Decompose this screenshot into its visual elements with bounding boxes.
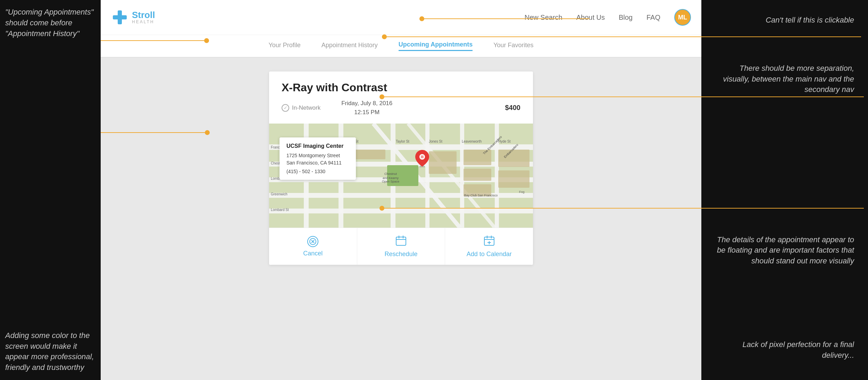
header: Stroll HEALTH New Search About Us Blog F…: [101, 0, 701, 35]
reschedule-icon: [395, 235, 407, 248]
add-to-calendar-icon: [484, 235, 495, 248]
svg-text:Open Space: Open Space: [382, 180, 399, 183]
nav-your-favorites[interactable]: Your Favorites: [493, 42, 533, 51]
main-nav: New Search About Us Blog FAQ ML: [525, 9, 691, 26]
user-avatar[interactable]: ML: [674, 9, 691, 26]
svg-rect-49: [396, 237, 406, 245]
nav-blog[interactable]: Blog: [619, 14, 633, 22]
location-name: UCSF Imaging Center: [286, 143, 349, 149]
main-content: Stroll HEALTH New Search About Us Blog F…: [101, 0, 701, 380]
content-area: X-Ray with Contrast ✓ In-Network Friday,…: [101, 58, 701, 380]
appointment-price: $400: [505, 104, 521, 112]
map-container: Powell St Mason St Taylor St Jones St Le…: [269, 124, 533, 228]
location-phone: (415) - 502 - 1330: [286, 169, 349, 174]
appointment-date: Friday, July 8, 2016: [341, 99, 392, 108]
annotation-pixel: Lack of pixel perfection for a final del…: [708, 331, 861, 370]
nav-appointment-history[interactable]: Appointment History: [322, 42, 378, 51]
add-to-calendar-label: Add to Calendar: [467, 251, 512, 258]
dot-color: [205, 130, 210, 135]
svg-rect-11: [425, 124, 429, 228]
secondary-nav: Your Profile Appointment History Upcomin…: [101, 35, 701, 58]
svg-text:Bay Club San Francisco: Bay Club San Francisco: [464, 194, 498, 197]
svg-text:and Kearny: and Kearny: [383, 176, 399, 180]
line-order: [101, 40, 205, 41]
in-network-label: In-Network: [292, 104, 320, 111]
line-calendar: [379, 208, 864, 209]
nav-about-us[interactable]: About Us: [576, 14, 605, 22]
line-price: [379, 96, 864, 97]
annotation-clickable: Can't tell if this is clickable: [708, 6, 861, 34]
add-to-calendar-button[interactable]: Add to Calendar: [445, 228, 533, 265]
line-sep: [382, 36, 861, 37]
appointment-title: X-Ray with Contrast: [282, 81, 520, 94]
svg-rect-21: [464, 169, 491, 181]
svg-rect-1: [113, 15, 127, 19]
right-annotation-panel: Can't tell if this is clickable There sh…: [701, 0, 868, 380]
annotation-color: Adding some color to the screen would ma…: [5, 330, 95, 373]
svg-text:Leavenworth: Leavenworth: [462, 140, 482, 143]
location-popup: UCSF Imaging Center 1725 Montgomery Stre…: [279, 137, 356, 180]
check-icon: ✓: [282, 104, 289, 112]
nav-your-profile[interactable]: Your Profile: [268, 42, 300, 51]
card-meta: ✓ In-Network Friday, July 8, 2016 12:15 …: [282, 99, 520, 117]
cancel-icon: [307, 236, 318, 247]
logo: Stroll HEALTH: [111, 9, 155, 26]
nav-new-search[interactable]: New Search: [525, 14, 562, 22]
location-address: 1725 Montgomery Street San Francisco, CA…: [286, 152, 349, 167]
svg-text:Chestnut: Chestnut: [384, 172, 397, 176]
dot-order: [204, 38, 209, 43]
in-network-status: ✓ In-Network: [282, 104, 320, 112]
appointment-card: X-Ray with Contrast ✓ In-Network Friday,…: [269, 71, 533, 265]
left-annotation-panel: "Upcoming Appointments" should come befo…: [0, 0, 101, 380]
reschedule-button[interactable]: Reschedule: [357, 228, 445, 265]
svg-rect-23: [498, 150, 529, 167]
cancel-label: Cancel: [303, 250, 323, 257]
appointment-datetime: Friday, July 8, 2016 12:15 PM: [341, 99, 392, 117]
annotation-order: "Upcoming Appointments" should come befo…: [5, 7, 95, 39]
svg-text:Greenwich: Greenwich: [271, 192, 287, 196]
reschedule-label: Reschedule: [384, 251, 417, 258]
svg-text:Fog: Fog: [519, 190, 525, 194]
logo-text: Stroll HEALTH: [132, 10, 155, 24]
cancel-button[interactable]: Cancel: [269, 228, 357, 265]
svg-text:Taylor St: Taylor St: [396, 140, 409, 143]
nav-faq[interactable]: FAQ: [646, 14, 660, 22]
annotation-floating: The details of the appointment appear to…: [708, 226, 861, 275]
logo-icon: [111, 9, 128, 26]
logo-name: Stroll: [132, 10, 155, 19]
svg-text:Jones St: Jones St: [429, 140, 442, 143]
svg-rect-24: [498, 170, 529, 188]
nav-upcoming-appointments[interactable]: Upcoming Appointments: [399, 41, 473, 51]
line-avatar: [419, 18, 590, 19]
appointment-time: 12:15 PM: [341, 108, 392, 117]
svg-text:Lombard St: Lombard St: [271, 208, 289, 212]
line-color: [101, 132, 206, 133]
card-header: X-Ray with Contrast ✓ In-Network Friday,…: [269, 71, 533, 124]
map-pin: [415, 150, 429, 170]
card-actions: Cancel Reschedule: [269, 228, 533, 265]
logo-sub: HEALTH: [132, 19, 155, 24]
svg-text:Hyde St: Hyde St: [498, 140, 511, 143]
svg-rect-19: [429, 151, 457, 174]
